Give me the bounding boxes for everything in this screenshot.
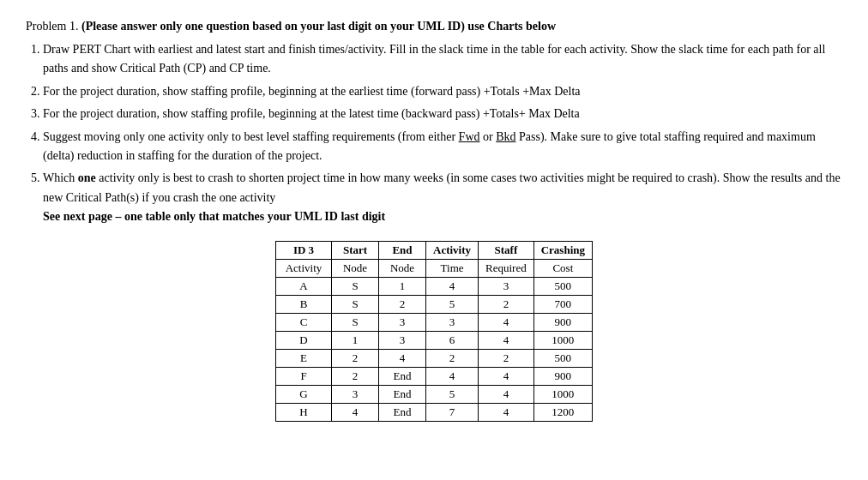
- table-cell-r1-c2: 2: [379, 295, 426, 313]
- table-cell-r1-c4: 2: [479, 295, 534, 313]
- col-staff-header: Staff: [479, 241, 534, 259]
- col-end-node-label: Node: [379, 259, 426, 277]
- table-cell-r0-c3: 4: [426, 277, 479, 295]
- col-activity-header: Activity: [426, 241, 479, 259]
- table-container: ID 3 Start End Activity Staff Crashing A…: [26, 241, 842, 422]
- table-cell-r4-c5: 500: [533, 349, 592, 367]
- list-item-4: Suggest moving only one activity only to…: [43, 128, 842, 166]
- table-cell-r7-c3: 7: [426, 403, 479, 421]
- col-required-label: Required: [479, 259, 534, 277]
- table-row: CS334900: [276, 313, 593, 331]
- table-cell-r5-c3: 4: [426, 367, 479, 385]
- list-item-3: For the project duration, show staffing …: [43, 105, 842, 123]
- list-item-5: Which one activity only is best to crash…: [43, 169, 842, 226]
- table-cell-r3-c0: D: [276, 331, 332, 349]
- table-cell-r7-c0: H: [276, 403, 332, 421]
- table-row: E2422500: [276, 349, 593, 367]
- table-cell-r0-c1: S: [332, 277, 379, 295]
- table-cell-r7-c2: End: [379, 403, 426, 421]
- table-cell-r2-c1: S: [332, 313, 379, 331]
- table-cell-r1-c1: S: [332, 295, 379, 313]
- table-cell-r4-c0: E: [276, 349, 332, 367]
- table-header-row-1: ID 3 Start End Activity Staff Crashing: [276, 241, 593, 259]
- table-cell-r4-c4: 2: [479, 349, 534, 367]
- table-cell-r2-c5: 900: [533, 313, 592, 331]
- table-cell-r5-c1: 2: [332, 367, 379, 385]
- table-cell-r0-c2: 1: [379, 277, 426, 295]
- col-cost-label: Cost: [533, 259, 592, 277]
- col-crashing-header: Crashing: [533, 241, 592, 259]
- table-cell-r6-c1: 3: [332, 385, 379, 403]
- col-end-header: End: [379, 241, 426, 259]
- list-item-1: Draw PERT Chart with earliest and latest…: [43, 40, 842, 79]
- table-cell-r2-c0: C: [276, 313, 332, 331]
- table-cell-r5-c2: End: [379, 367, 426, 385]
- col-activity-label: Activity: [276, 259, 332, 277]
- problem-list: Draw PERT Chart with earliest and latest…: [43, 40, 842, 227]
- table-cell-r5-c4: 4: [479, 367, 534, 385]
- table-cell-r0-c4: 3: [479, 277, 534, 295]
- table-cell-r6-c5: 1000: [533, 385, 592, 403]
- col-time-label: Time: [426, 259, 479, 277]
- table-cell-r4-c3: 2: [426, 349, 479, 367]
- table-cell-r3-c2: 3: [379, 331, 426, 349]
- table-cell-r0-c0: A: [276, 277, 332, 295]
- table-row: H4End741200: [276, 403, 593, 421]
- table-row: D13641000: [276, 331, 593, 349]
- table-cell-r1-c3: 5: [426, 295, 479, 313]
- table-header-row-2: Activity Node Node Time Required Cost: [276, 259, 593, 277]
- table-cell-r7-c4: 4: [479, 403, 534, 421]
- table-row: G3End541000: [276, 385, 593, 403]
- table-cell-r6-c0: G: [276, 385, 332, 403]
- table-cell-r6-c3: 5: [426, 385, 479, 403]
- table-cell-r7-c1: 4: [332, 403, 379, 421]
- table-cell-r3-c4: 4: [479, 331, 534, 349]
- list-item-2: For the project duration, show staffing …: [43, 82, 842, 101]
- table-cell-r5-c5: 900: [533, 367, 592, 385]
- content-area: Problem 1. (Please answer only one quest…: [26, 17, 842, 422]
- table-cell-r2-c3: 3: [426, 313, 479, 331]
- table-cell-r0-c5: 500: [533, 277, 592, 295]
- table-row: F2End44900: [276, 367, 593, 385]
- table-cell-r7-c5: 1200: [533, 403, 592, 421]
- table-cell-r2-c2: 3: [379, 313, 426, 331]
- table-row: BS252700: [276, 295, 593, 313]
- col-id: ID 3: [276, 241, 332, 259]
- table-cell-r1-c0: B: [276, 295, 332, 313]
- table-cell-r3-c5: 1000: [533, 331, 592, 349]
- col-start-node-label: Node: [332, 259, 379, 277]
- activity-table: ID 3 Start End Activity Staff Crashing A…: [275, 241, 593, 422]
- table-cell-r4-c2: 4: [379, 349, 426, 367]
- table-cell-r4-c1: 2: [332, 349, 379, 367]
- table-cell-r2-c4: 4: [479, 313, 534, 331]
- table-cell-r1-c5: 700: [533, 295, 592, 313]
- problem-intro-text: Problem 1. (Please answer only one quest…: [26, 20, 556, 33]
- table-cell-r5-c0: F: [276, 367, 332, 385]
- table-cell-r3-c1: 1: [332, 331, 379, 349]
- table-cell-r6-c2: End: [379, 385, 426, 403]
- col-start-header: Start: [332, 241, 379, 259]
- problem-header: Problem 1. (Please answer only one quest…: [26, 17, 842, 35]
- table-cell-r6-c4: 4: [479, 385, 534, 403]
- table-row: AS143500: [276, 277, 593, 295]
- table-cell-r3-c3: 6: [426, 331, 479, 349]
